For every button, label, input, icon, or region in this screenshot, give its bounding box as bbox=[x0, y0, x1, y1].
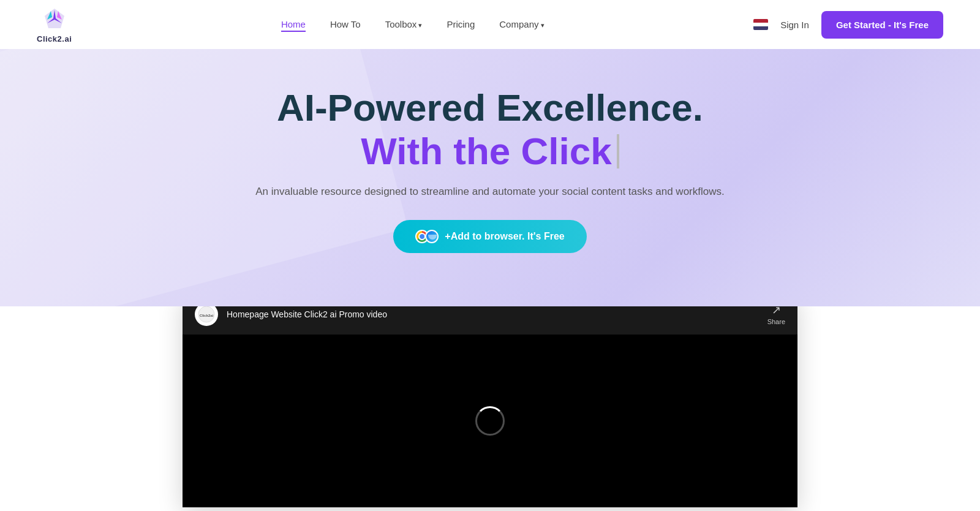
nav-item-howto[interactable]: How To bbox=[330, 19, 361, 30]
video-title: Homepage Website Click2 ai Promo video bbox=[227, 309, 387, 319]
nav-right: Sign In Get Started - It's Free bbox=[753, 11, 943, 39]
nav-item-pricing[interactable]: Pricing bbox=[447, 19, 475, 30]
hero-title-purple: With the Click bbox=[361, 129, 619, 173]
loading-spinner bbox=[475, 406, 505, 436]
get-started-button[interactable]: Get Started - It's Free bbox=[821, 11, 943, 39]
logo-text: Click2.ai bbox=[37, 34, 72, 44]
nav-link-toolbox[interactable]: Toolbox bbox=[385, 19, 423, 29]
hero-title-dark: AI-Powered Excellence. bbox=[0, 86, 980, 129]
nav-link-home[interactable]: Home bbox=[281, 19, 306, 32]
nav-link-pricing[interactable]: Pricing bbox=[447, 19, 475, 29]
text-cursor bbox=[617, 134, 619, 168]
hero-subtitle: An invaluable resource designed to strea… bbox=[0, 186, 980, 198]
video-body[interactable] bbox=[183, 335, 797, 507]
video-player[interactable]: Click2ai Homepage Website Click2 ai Prom… bbox=[183, 294, 797, 507]
browser-icons bbox=[415, 230, 439, 243]
nav-item-toolbox[interactable]: Toolbox bbox=[385, 19, 423, 30]
hero-section: AI-Powered Excellence. With the Click An… bbox=[0, 49, 980, 306]
nav-link-company[interactable]: Company bbox=[499, 19, 544, 29]
logo[interactable]: Click2.ai bbox=[37, 6, 72, 44]
add-browser-label: +Add to browser. It's Free bbox=[445, 231, 564, 242]
navbar: Click2.ai Home How To Toolbox Pricing Co… bbox=[0, 0, 980, 49]
video-share-button[interactable]: ↗ Share bbox=[767, 303, 785, 325]
svg-text:Click2ai: Click2ai bbox=[200, 314, 214, 317]
share-label: Share bbox=[767, 318, 785, 325]
language-flag-icon[interactable] bbox=[753, 19, 768, 30]
nav-item-home[interactable]: Home bbox=[281, 19, 306, 30]
nav-link-howto[interactable]: How To bbox=[330, 19, 361, 29]
video-section: Click2ai Homepage Website Click2 ai Prom… bbox=[0, 306, 980, 507]
below-fold bbox=[0, 507, 980, 511]
edge-icon bbox=[425, 230, 439, 243]
logo-icon bbox=[41, 6, 68, 33]
add-to-browser-button[interactable]: +Add to browser. It's Free bbox=[393, 220, 586, 253]
sign-in-link[interactable]: Sign In bbox=[780, 20, 809, 30]
nav-menu: Home How To Toolbox Pricing Company bbox=[281, 19, 545, 30]
nav-item-company[interactable]: Company bbox=[499, 19, 544, 30]
